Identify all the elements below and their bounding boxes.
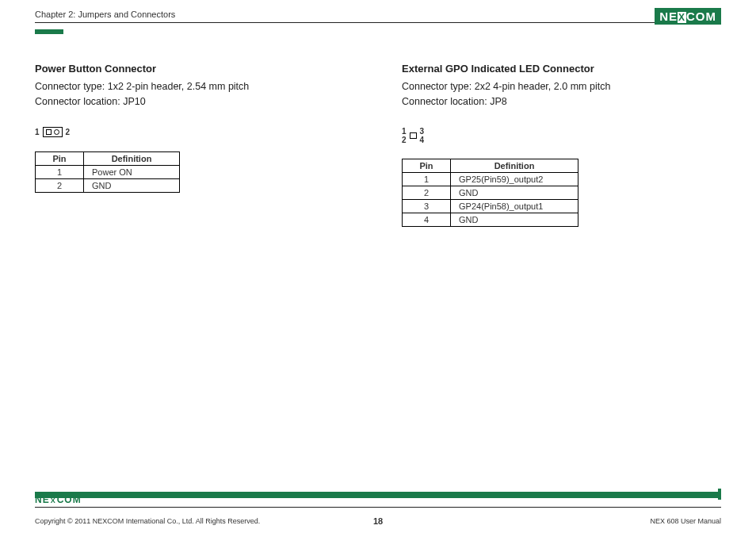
right-section-title: External GPO Indicated LED Connector <box>402 63 721 75</box>
left-section-title: Power Button Connector <box>35 63 354 75</box>
table-row: 2 GND <box>36 178 180 192</box>
table-header-pin: Pin <box>36 151 84 165</box>
chapter-title: Chapter 2: Jumpers and Connectors <box>35 10 721 19</box>
footer-copyright: Copyright © 2011 NEXCOM International Co… <box>35 517 260 525</box>
logo-x-icon: X <box>678 12 686 23</box>
pin1-square-icon <box>46 129 52 135</box>
cell-pin: 3 <box>403 199 451 213</box>
green-tab-icon <box>35 29 63 34</box>
footer-manual-name: NEX 608 User Manual <box>650 517 721 525</box>
cell-pin: 1 <box>36 165 84 178</box>
footer-dots-icon <box>718 481 721 500</box>
cell-def: GND <box>451 186 578 199</box>
table-header-pin: Pin <box>403 159 451 172</box>
right-connector-type: Connector type: 2x2 4-pin header, 2.0 mm… <box>402 79 721 94</box>
cell-def: Power ON <box>84 165 180 178</box>
cell-pin: 1 <box>403 172 451 186</box>
right-column: External GPO Indicated LED Connector Con… <box>402 63 721 227</box>
footer-logo-left: NE <box>35 494 50 505</box>
footer-bar <box>35 492 721 498</box>
left-connector-location: Connector location: JP10 <box>35 94 354 109</box>
left-pin-diagram: 1 2 <box>35 127 354 137</box>
logo-text-left: NE <box>659 10 678 23</box>
pin-label-2: 2 <box>402 136 407 144</box>
table-header-definition: Definition <box>451 159 578 172</box>
pin-label-4: 4 <box>420 136 425 144</box>
logo-text-right: COM <box>686 10 716 23</box>
pin-labels-right: 3 4 <box>420 127 425 144</box>
pin-label-2: 2 <box>66 128 71 136</box>
cell-def: GND <box>84 178 180 192</box>
right-pin-diagram: 1 2 3 4 <box>402 127 721 144</box>
footer-logo-x-icon: X <box>50 497 57 504</box>
table-row: 2 GND <box>403 186 578 199</box>
pin-labels-left: 1 2 <box>402 127 407 144</box>
left-column: Power Button Connector Connector type: 1… <box>35 63 354 227</box>
table-row: 1 Power ON <box>36 165 180 178</box>
pin-label-1: 1 <box>35 128 40 136</box>
cell-def: GP25(Pin59)_output2 <box>451 172 578 186</box>
left-pin-table: Pin Definition 1 Power ON 2 GND <box>35 151 180 193</box>
table-row: 3 GP24(Pin58)_output1 <box>403 199 578 213</box>
right-pin-table: Pin Definition 1 GP25(Pin59)_output2 2 G… <box>402 159 578 227</box>
cell-pin: 2 <box>36 178 84 192</box>
logo-header: NEXCOM <box>655 8 721 25</box>
table-header-definition: Definition <box>84 151 180 165</box>
left-connector-type: Connector type: 1x2 2-pin header, 2.54 m… <box>35 79 354 94</box>
pin-label-1: 1 <box>402 127 407 136</box>
page-number: 18 <box>373 516 383 526</box>
cell-pin: 4 <box>403 213 451 226</box>
top-rule <box>35 22 721 23</box>
logo-footer: NEXCOM <box>35 492 82 506</box>
footer-rule <box>35 507 721 508</box>
table-row: 4 GND <box>403 213 578 226</box>
cell-pin: 2 <box>403 186 451 199</box>
table-row: 1 GP25(Pin59)_output2 <box>403 172 578 186</box>
footer-logo-right: COM <box>57 494 82 505</box>
pin-label-3: 3 <box>420 127 425 136</box>
pin2-circle-icon <box>54 129 59 135</box>
cell-def: GND <box>451 213 578 226</box>
cell-def: GP24(Pin58)_output1 <box>451 199 578 213</box>
right-connector-location: Connector location: JP8 <box>402 94 721 109</box>
pin-box-1x2 <box>43 127 63 137</box>
pin-box-2x2 <box>410 132 417 139</box>
